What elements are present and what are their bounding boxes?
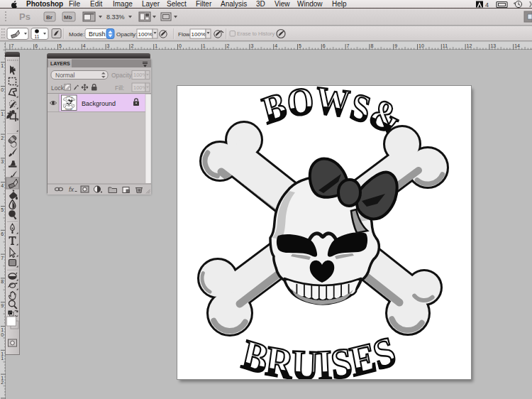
svg-text:7: 7 [11, 43, 13, 48]
svg-text:0: 0 [179, 43, 182, 48]
svg-text:fx: fx [69, 186, 74, 193]
svg-text:2: 2 [1, 380, 4, 385]
svg-text:3: 3 [250, 43, 253, 48]
svg-text:1: 1 [203, 43, 206, 48]
svg-text:0: 0 [1, 87, 4, 92]
svg-text:1: 1 [155, 43, 157, 48]
svg-text:1: 1 [1, 356, 4, 361]
svg-text:2: 2 [131, 43, 133, 48]
svg-text:9: 9 [1, 303, 4, 308]
svg-text:1: 1 [1, 111, 4, 116]
svg-text:7: 7 [1, 256, 4, 261]
svg-text:5: 5 [299, 43, 301, 48]
svg-text:4: 4 [485, 1, 489, 9]
svg-text:3: 3 [107, 43, 110, 48]
svg-text:1: 1 [1, 63, 4, 68]
svg-text:0: 0 [1, 332, 4, 337]
svg-text:2: 2 [227, 43, 230, 48]
svg-text:4: 4 [83, 43, 86, 48]
svg-text:LAYERS: LAYERS [50, 61, 70, 66]
svg-text:14: 14 [514, 43, 520, 48]
svg-text:4: 4 [1, 183, 4, 188]
svg-text:Normal: Normal [55, 72, 75, 79]
svg-text:5: 5 [1, 207, 4, 212]
svg-text:13: 13 [490, 43, 496, 48]
svg-text:100%: 100% [192, 31, 206, 38]
svg-text:Opacity:: Opacity: [111, 72, 133, 79]
svg-text:5: 5 [59, 43, 62, 48]
svg-text:Background: Background [82, 100, 116, 107]
svg-text:Ps: Ps [19, 11, 31, 22]
svg-text:8.33%: 8.33% [106, 13, 125, 21]
svg-text:Brush: Brush [89, 31, 106, 38]
svg-text:7: 7 [347, 43, 350, 48]
svg-text:8: 8 [370, 43, 373, 48]
svg-text:6: 6 [323, 43, 326, 48]
svg-text:4: 4 [275, 43, 277, 48]
svg-text:9: 9 [394, 43, 397, 48]
svg-text:11: 11 [35, 34, 40, 39]
svg-text:11: 11 [443, 43, 448, 48]
svg-text:Br: Br [46, 14, 52, 21]
svg-text:Erase to History: Erase to History [237, 31, 275, 37]
svg-text:100%: 100% [138, 31, 153, 38]
svg-text:8: 8 [1, 279, 4, 284]
svg-text:Lock:: Lock: [51, 84, 65, 92]
svg-text:6: 6 [1, 231, 4, 236]
svg-text:6: 6 [35, 43, 38, 48]
svg-text:Mb: Mb [64, 14, 72, 21]
svg-text:10: 10 [419, 43, 424, 48]
svg-text:3: 3 [1, 159, 4, 164]
svg-text:Flow:: Flow: [178, 31, 192, 38]
svg-text:2: 2 [1, 136, 4, 141]
svg-text:12: 12 [467, 43, 472, 48]
svg-text:Opacity:: Opacity: [116, 31, 137, 38]
svg-text:Fill:: Fill: [115, 84, 124, 92]
svg-text:Mode:: Mode: [69, 31, 84, 38]
